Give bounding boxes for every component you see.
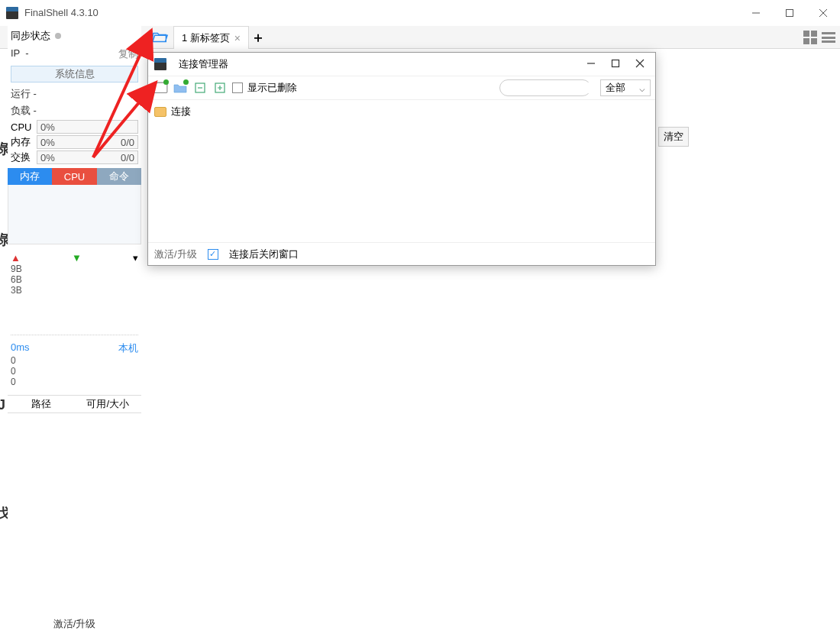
net-y-6b: 6B — [11, 274, 138, 285]
main-titlebar: FinalShell 4.3.10 — [0, 0, 840, 26]
edge-crop: J — [0, 397, 5, 413]
tab-close-icon[interactable]: × — [234, 33, 241, 44]
dialog-title: 连接管理器 — [179, 57, 228, 71]
sync-status-label: 同步状态 — [11, 29, 50, 43]
show-deleted-label: 显示已删除 — [247, 81, 297, 95]
uptime-label: 运行 - — [11, 87, 37, 101]
upload-arrow-icon: ▲ — [11, 252, 21, 264]
copy-ip-button[interactable]: 复制 — [118, 47, 138, 61]
download-arrow-icon: ▼ — [72, 252, 82, 264]
net-y-9b: 9B — [11, 264, 138, 274]
close-button[interactable] — [806, 0, 840, 26]
monitor-tab-cmd[interactable]: 命令 — [97, 168, 141, 185]
search-input-wrapper[interactable] — [499, 79, 591, 96]
monitor-tab-mem[interactable]: 内存 — [8, 168, 52, 185]
add-tab-button[interactable]: ＋ — [249, 26, 267, 48]
filter-dropdown[interactable]: 全部 ⌵ — [600, 79, 651, 96]
mem-label: 内存 — [11, 135, 34, 149]
load-label: 负载 - — [11, 104, 37, 118]
mem-meter: 0%0/0 — [37, 135, 138, 149]
system-info-button[interactable]: 系统信息 — [11, 66, 138, 82]
close-after-connect-checkbox[interactable] — [208, 249, 218, 260]
dialog-icon — [154, 58, 166, 70]
tab-new[interactable]: 1 新标签页 × — [173, 26, 249, 49]
sync-status-dot — [55, 33, 61, 39]
clear-button[interactable]: 清空 — [658, 127, 689, 147]
connection-manager-dialog: 连接管理器 显示已删除 全部 ⌵ — [147, 52, 656, 266]
net-y-3b: 3B — [11, 285, 138, 296]
open-connection-manager-button[interactable] — [147, 26, 173, 48]
svg-rect-1 — [612, 60, 619, 66]
ip-label: IP — [11, 47, 20, 59]
svg-rect-0 — [787, 10, 793, 17]
show-deleted-checkbox[interactable] — [232, 82, 243, 93]
connection-tree[interactable]: 连接 — [148, 100, 655, 242]
monitor-chart — [8, 185, 141, 244]
tree-root-label: 连接 — [171, 105, 191, 118]
ping-host[interactable]: 本机 — [118, 341, 138, 355]
new-folder-button[interactable] — [173, 80, 188, 95]
sidebar: 同步状态 IP - 复制 系统信息 运行 - 负载 - CPU0% 内存0%0/… — [8, 26, 141, 634]
dialog-close-button[interactable] — [635, 59, 645, 70]
grid-view-icon[interactable] — [803, 31, 817, 44]
ping-v2: 0 — [11, 377, 138, 387]
folder-icon — [154, 107, 166, 117]
new-connection-button[interactable] — [153, 80, 168, 95]
chevron-down-icon: ⌵ — [639, 82, 645, 94]
ping-v0: 0 — [11, 355, 138, 366]
swap-label: 交换 — [11, 150, 34, 164]
monitor-tab-cpu[interactable]: CPU — [52, 168, 96, 185]
activate-upgrade-link[interactable]: 激活/升级 — [8, 617, 141, 631]
minimize-button[interactable] — [739, 0, 773, 26]
cpu-meter: 0% — [37, 120, 138, 134]
collapse-all-button[interactable] — [192, 80, 208, 95]
tab-label: 1 新标签页 — [182, 31, 230, 45]
dialog-maximize-button[interactable] — [611, 59, 620, 70]
dialog-titlebar[interactable]: 连接管理器 — [148, 53, 655, 76]
ping-ms: 0ms — [11, 341, 30, 355]
app-icon — [6, 7, 18, 19]
filter-value: 全部 — [606, 81, 625, 95]
disk-table-header: 路径 可用/大小 — [8, 395, 141, 413]
dialog-minimize-button[interactable] — [586, 59, 596, 70]
svg-rect-2 — [153, 82, 167, 92]
app-title: FinalShell 4.3.10 — [24, 7, 99, 18]
ip-value: - — [25, 47, 28, 59]
net-menu-caret-icon[interactable]: ▾ — [133, 252, 138, 264]
dialog-footer: 激活/升级 连接后关闭窗口 — [148, 242, 655, 265]
disk-col-path[interactable]: 路径 — [8, 396, 75, 412]
cpu-label: CPU — [11, 121, 34, 133]
net-chart — [11, 296, 138, 335]
tree-root-item[interactable]: 连接 — [154, 105, 649, 118]
swap-meter: 0%0/0 — [37, 150, 138, 164]
monitor-tabs: 内存 CPU 命令 — [8, 168, 141, 185]
list-view-icon[interactable] — [822, 31, 835, 44]
maximize-button[interactable] — [773, 0, 806, 26]
dialog-toolbar: 显示已删除 全部 ⌵ — [148, 76, 655, 100]
expand-all-button[interactable] — [212, 80, 228, 95]
close-after-connect-label: 连接后关闭窗口 — [229, 247, 299, 261]
ping-v1: 0 — [11, 366, 138, 377]
footer-activate-link[interactable]: 激活/升级 — [154, 247, 197, 261]
disk-col-free[interactable]: 可用/大小 — [75, 396, 142, 412]
